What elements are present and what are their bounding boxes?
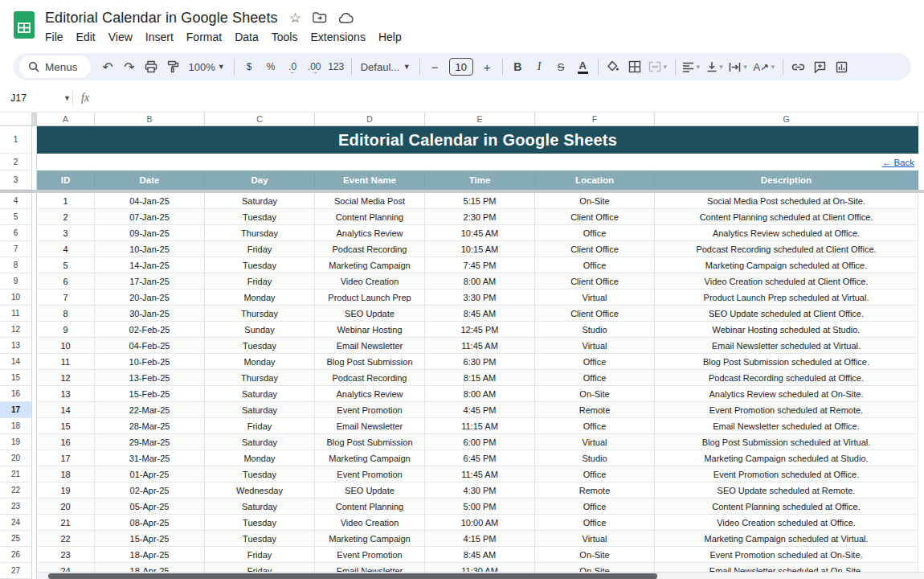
cell-id[interactable]: 21 [37,515,95,531]
cell-id[interactable]: 15 [37,418,95,434]
row-header-22[interactable]: 22 [0,482,32,499]
cell-date[interactable]: 10-Feb-25 [95,354,205,370]
document-title[interactable]: Editorial Calendar in Google Sheets [45,10,278,27]
cell-event-name[interactable]: Email Newsletter [315,338,425,354]
cell-location[interactable]: Client Office [535,273,655,290]
cell-id[interactable]: 13 [37,386,95,402]
cell-day[interactable]: Wednesday [205,482,315,499]
row-header-13[interactable]: 13 [0,338,32,354]
insert-comment-button[interactable] [809,56,831,77]
cell-event-name[interactable]: Analytics Review [315,225,425,241]
cell-date[interactable]: 15-Feb-25 [95,386,205,402]
cell-day[interactable]: Tuesday [205,466,315,482]
cell-time[interactable]: 11:45 AM [425,466,535,482]
cell-date[interactable]: 09-Jan-25 [95,225,205,241]
cell-location[interactable]: Office [535,418,655,434]
cell-id[interactable]: 17 [37,450,95,466]
fill-color-button[interactable] [603,56,624,77]
text-wrap-button[interactable]: ▼ [726,56,750,77]
header-cell-id[interactable]: ID [37,170,95,190]
format-percent-button[interactable]: % [260,56,282,77]
cell-event-name[interactable]: Product Launch Prep [315,290,425,306]
cell-event-name[interactable]: Video Creation [315,273,425,290]
cell-date[interactable]: 14-Jan-25 [95,257,205,273]
cell-id[interactable]: 22 [37,531,95,547]
cell-time[interactable]: 4:30 PM [425,482,535,499]
cell-date[interactable]: 13-Feb-25 [95,370,205,386]
cell-day[interactable]: Tuesday [205,531,315,547]
cell-location[interactable]: Client Office [535,306,655,322]
header-cell-time[interactable]: Time [425,170,535,190]
cell-description[interactable]: Marketing Campaign scheduled at Virtual. [655,531,918,547]
cell-id[interactable]: 1 [37,193,95,209]
cell-date[interactable]: 01-Apr-25 [95,466,205,482]
header-cell-event-name[interactable]: Event Name [315,170,425,190]
cell-event-name[interactable]: Email Newsletter [315,418,425,434]
row-header-17[interactable]: 17 [0,402,32,418]
menu-item-insert[interactable]: Insert [139,29,180,45]
cell-id[interactable]: 3 [37,225,95,241]
column-header-a[interactable]: A [37,113,95,126]
cell-date[interactable]: 08-Apr-25 [95,515,205,531]
cell-id[interactable]: 14 [37,402,95,418]
cell-time[interactable]: 7:45 PM [425,257,535,273]
cell-description[interactable]: Event Promotion scheduled at On-Site. [655,547,918,563]
zoom-select[interactable]: 100%▼ [184,56,230,77]
cell-day[interactable]: Friday [205,547,315,563]
cell-day[interactable]: Saturday [205,402,315,418]
cell-date[interactable]: 02-Feb-25 [95,322,205,338]
horizontal-align-button[interactable]: ▼ [680,56,704,77]
text-rotation-button[interactable]: A ▼ [750,56,779,77]
column-header-e[interactable]: E [425,113,535,126]
cell-description[interactable]: Event Promotion scheduled at Remote. [655,402,918,418]
row-header-25[interactable]: 25 [0,531,32,547]
vertical-align-button[interactable]: ▼ [704,56,727,77]
cell-description[interactable]: Event Promotion scheduled at Office. [655,466,918,482]
cell-time[interactable]: 12:45 PM [425,322,535,338]
redo-button[interactable]: ↷ [119,56,141,77]
cell-description[interactable]: Video Creation scheduled at Office. [655,515,918,531]
cell-description[interactable]: Video Creation scheduled at Client Offic… [655,273,918,290]
row-header-20[interactable]: 20 [0,450,32,466]
row-header-19[interactable]: 19 [0,434,32,450]
cell-description[interactable]: Analytics Review scheduled at Office. [655,225,918,241]
cell-event-name[interactable]: Blog Post Submission [315,354,425,370]
cell-location[interactable]: Virtual [535,290,655,306]
row-header-9[interactable]: 9 [0,273,32,290]
italic-button[interactable]: I [529,56,550,77]
menu-item-edit[interactable]: Edit [70,29,102,45]
row-header-5[interactable]: 5 [0,209,32,225]
cell-day[interactable]: Monday [205,450,315,466]
cell-time[interactable]: 10:00 AM [425,515,535,531]
cell-time[interactable]: 8:15 AM [425,370,535,386]
format-currency-button[interactable]: $ [239,56,260,77]
header-cell-description[interactable]: Description [655,170,918,190]
row-header-14[interactable]: 14 [0,354,32,370]
row-header-18[interactable]: 18 [0,418,32,434]
cell-date[interactable]: 05-Apr-25 [95,499,205,515]
cell-description[interactable]: Podcast Recording scheduled at Office. [655,370,918,386]
decrease-font-size-button[interactable]: − [424,56,446,77]
row-header-7[interactable]: 7 [0,241,32,257]
cell-location[interactable]: Virtual [535,338,655,354]
cell-day[interactable]: Thursday [205,225,315,241]
cell-event-name[interactable]: SEO Update [315,482,425,499]
cell-day[interactable]: Saturday [205,499,315,515]
select-all-corner[interactable] [0,113,32,126]
cell-event-name[interactable]: Video Creation [315,515,425,531]
cell-location[interactable]: Virtual [535,434,655,450]
decrease-decimal-button[interactable]: .0← [282,56,304,77]
cell-location[interactable]: Office [535,466,655,482]
cell-day[interactable]: Tuesday [205,515,315,531]
menu-item-help[interactable]: Help [372,29,408,45]
cell-day[interactable]: Monday [205,354,315,370]
cell-time[interactable]: 10:45 AM [425,225,535,241]
cell-time[interactable]: 6:00 PM [425,434,535,450]
cell-event-name[interactable]: Analytics Review [315,386,425,402]
row-header-8[interactable]: 8 [0,257,32,273]
cell-id[interactable]: 7 [37,290,95,306]
cell-id[interactable]: 18 [37,466,95,482]
cell-day[interactable]: Tuesday [205,209,315,225]
cell-time[interactable]: 8:00 AM [425,386,535,402]
cell-event-name[interactable]: Content Planning [315,499,425,515]
